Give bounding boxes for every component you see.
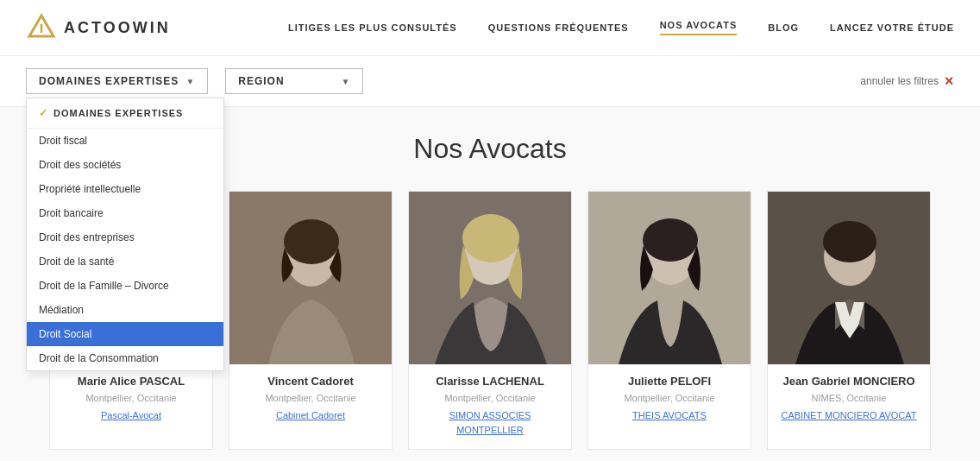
- domaines-arrow-icon: ▼: [185, 77, 195, 86]
- annuler-filtres-button[interactable]: annuler les filtres ✕: [860, 74, 954, 88]
- dropdown-item-8[interactable]: Droit Social: [27, 322, 223, 346]
- region-dropdown-button[interactable]: REGION ▼: [225, 68, 363, 94]
- lawyer-name-1: Vincent Cadoret: [238, 375, 383, 388]
- lawyer-location-2: Montpellier, Occitanie: [418, 393, 562, 403]
- lawyer-location-0: Montpellier, Occitanie: [59, 393, 204, 403]
- lawyer-link-4[interactable]: CABINET MONCIERO AVOCAT: [776, 408, 921, 423]
- logo-text: ACTOOWIN: [64, 19, 171, 37]
- dropdown-header-label: DOMAINES EXPERTISES: [53, 108, 183, 118]
- dropdown-item-3[interactable]: Droit bancaire: [27, 201, 223, 225]
- lawyer-card-body-3: Juliette PELOFI Montpellier, Occitanie T…: [588, 364, 751, 435]
- lawyer-location-3: Montpellier, Occitanie: [597, 393, 742, 403]
- logo-icon: [26, 12, 57, 43]
- lawyer-link-3[interactable]: THEIS AVOCATS: [597, 408, 742, 423]
- lawyer-card-body-4: Jean Gabriel MONCIERO NIMES, Occitanie C…: [768, 364, 930, 435]
- lawyer-silhouette-1: [229, 192, 392, 364]
- nav-questions[interactable]: QUESTIONS FRÉQUENTES: [488, 22, 629, 33]
- dropdown-item-2[interactable]: Propriété intellectuelle: [27, 177, 223, 201]
- dropdown-item-0[interactable]: Droit fiscal: [27, 129, 223, 153]
- region-label: REGION: [238, 75, 284, 87]
- check-icon: ✓: [39, 107, 48, 119]
- domaines-dropdown-menu: ✓ DOMAINES EXPERTISES Droit fiscal Droit…: [26, 98, 224, 371]
- lawyer-name-0: Marie Alice PASCAL: [59, 375, 204, 388]
- lawyer-name-2: Clarisse LACHENAL: [418, 375, 562, 388]
- nav-blog[interactable]: BLOG: [768, 22, 799, 33]
- nav-avocats[interactable]: NOS AVOCATS: [660, 20, 738, 35]
- lawyer-photo-3: [588, 192, 751, 364]
- lawyer-card-2: Clarisse LACHENAL Montpellier, Occitanie…: [408, 191, 572, 450]
- region-arrow-icon: ▼: [341, 77, 350, 86]
- lawyer-link-1[interactable]: Cabinet Cadoret: [238, 408, 383, 423]
- lawyer-card-4: Jean Gabriel MONCIERO NIMES, Occitanie C…: [767, 191, 931, 450]
- lawyer-link-2[interactable]: SIMON ASSOCIES MONTPELLIER: [418, 408, 562, 437]
- domaines-label: DOMAINES EXPERTISES: [39, 75, 179, 87]
- filter-bar: DOMAINES EXPERTISES ▼ ✓ DOMAINES EXPERTI…: [0, 56, 980, 107]
- close-icon: ✕: [944, 74, 954, 88]
- header: ACTOOWIN LITIGES LES PLUS CONSULTÉS QUES…: [0, 0, 980, 56]
- svg-point-10: [462, 214, 519, 262]
- lawyer-card-1: Vincent Cadoret Montpellier, Occitanie C…: [229, 191, 393, 450]
- lawyer-card-body-0: Marie Alice PASCAL Montpellier, Occitani…: [50, 364, 212, 435]
- dropdown-header: ✓ DOMAINES EXPERTISES: [27, 98, 223, 129]
- lawyer-silhouette-4: [768, 192, 930, 364]
- lawyer-link-0[interactable]: Pascal-Avocat: [59, 408, 204, 423]
- main-nav: LITIGES LES PLUS CONSULTÉS QUESTIONS FRÉ…: [288, 20, 954, 35]
- lawyer-silhouette-3: [588, 192, 751, 364]
- lawyer-photo-2: [409, 192, 571, 364]
- lawyer-card-3: Juliette PELOFI Montpellier, Occitanie T…: [587, 191, 751, 450]
- dropdown-item-4[interactable]: Droit des entreprises: [27, 225, 223, 249]
- lawyer-photo-4: [768, 192, 930, 364]
- domaines-dropdown-button[interactable]: DOMAINES EXPERTISES ▼: [26, 68, 208, 94]
- svg-point-16: [823, 221, 876, 262]
- dropdown-item-5[interactable]: Droit de la santé: [27, 249, 223, 274]
- lawyer-card-body-2: Clarisse LACHENAL Montpellier, Occitanie…: [409, 364, 571, 449]
- lawyer-name-4: Jean Gabriel MONCIERO: [776, 375, 921, 388]
- lawyer-photo-1: [229, 192, 392, 364]
- lawyer-card-body-1: Vincent Cadoret Montpellier, Occitanie C…: [229, 364, 392, 435]
- dropdown-item-6[interactable]: Droit de la Famille – Divorce: [27, 274, 223, 298]
- nav-etude[interactable]: LANCEZ VOTRE ÉTUDE: [830, 22, 954, 33]
- annuler-label: annuler les filtres: [860, 75, 939, 87]
- lawyer-silhouette-2: [409, 192, 571, 364]
- dropdown-item-7[interactable]: Médiation: [27, 298, 223, 322]
- logo-area: ACTOOWIN: [26, 12, 198, 43]
- dropdown-item-9[interactable]: Droit de la Consommation: [27, 346, 223, 370]
- svg-point-7: [284, 219, 339, 264]
- dropdown-item-1[interactable]: Droit des sociétés: [27, 153, 223, 177]
- lawyer-location-4: NIMES, Occitanie: [776, 393, 921, 403]
- lawyer-location-1: Montpellier, Occitanie: [238, 393, 383, 403]
- nav-litiges[interactable]: LITIGES LES PLUS CONSULTÉS: [288, 22, 457, 33]
- lawyer-name-3: Juliette PELOFI: [597, 375, 742, 388]
- svg-point-13: [643, 218, 698, 262]
